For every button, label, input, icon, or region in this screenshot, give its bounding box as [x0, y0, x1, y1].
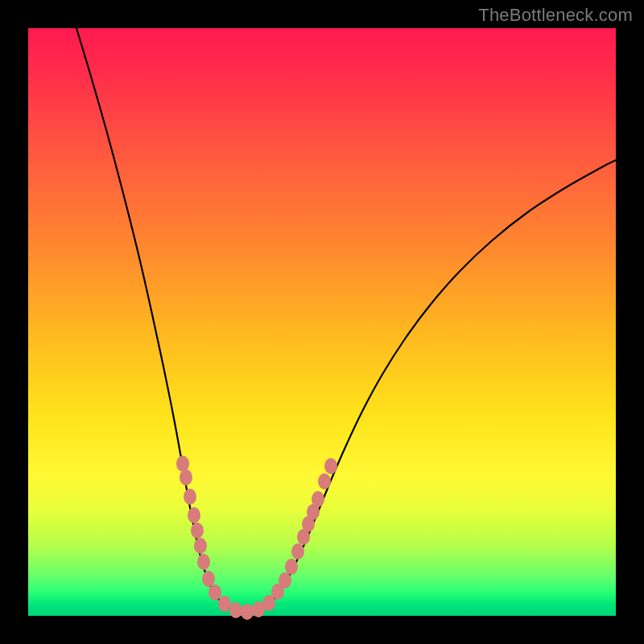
marker-dot	[191, 522, 204, 539]
chart-stage: TheBottleneck.com	[0, 0, 644, 644]
watermark-text: TheBottleneck.com	[478, 5, 633, 26]
chart-plot	[28, 28, 616, 616]
marker-dot	[318, 473, 331, 489]
marker-dot	[241, 604, 254, 620]
curve-layer	[76, 28, 616, 613]
marker-dot	[202, 571, 215, 587]
marker-dot	[218, 596, 231, 612]
marker-dot	[285, 559, 298, 575]
marker-dot	[279, 572, 291, 588]
marker-dot	[197, 554, 210, 570]
marker-dot	[184, 489, 196, 505]
marker-dot	[312, 491, 324, 507]
marker-dot	[194, 538, 207, 554]
marker-dot	[188, 507, 200, 523]
curve-left-curve	[76, 28, 247, 613]
marker-dot	[291, 543, 304, 559]
marker-dot	[180, 469, 192, 485]
marker-layer	[176, 456, 337, 620]
marker-dot	[324, 458, 337, 474]
marker-dot	[176, 456, 189, 472]
marker-dot	[208, 584, 221, 601]
marker-dot	[229, 602, 242, 618]
